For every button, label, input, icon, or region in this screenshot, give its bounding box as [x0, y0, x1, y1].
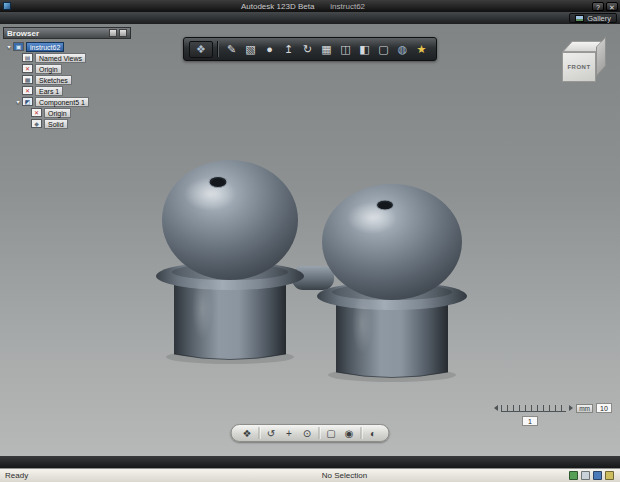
browser-collapse-button[interactable]: [119, 29, 127, 37]
expand-arrow-icon[interactable]: ▾: [14, 98, 22, 105]
tree-item-component5-1[interactable]: ▾◩Component5 1: [3, 96, 131, 107]
model-right-cap[interactable]: [317, 184, 467, 378]
combine-icon[interactable]: ◫: [336, 40, 355, 59]
fit-view-icon[interactable]: ▢: [323, 426, 340, 440]
ears-hidden-icon[interactable]: ✕: [22, 86, 33, 95]
toolbar-separator: [361, 427, 362, 439]
gallery-button[interactable]: Gallery: [569, 13, 617, 23]
origin-hidden-icon[interactable]: ✕: [31, 108, 42, 117]
component-icon[interactable]: ◩: [22, 97, 33, 106]
close-button[interactable]: ✕: [606, 2, 618, 11]
main-toolbar: ❖ ✎▧●↥↻▦◫◧▢◍★: [183, 37, 437, 61]
toolbar-separator: [259, 427, 260, 439]
warning-indicator[interactable]: [605, 471, 614, 480]
material-icon[interactable]: ◍: [393, 40, 412, 59]
tree-item-label[interactable]: Origin: [44, 108, 71, 118]
tree-item-label[interactable]: Sketches: [35, 75, 72, 85]
tree-item-label[interactable]: Component5 1: [35, 97, 89, 107]
tree-item-label[interactable]: Origin: [35, 64, 62, 74]
3d-viewport[interactable]: Browser ▾▣instruct62▤Named Views✕Origin▦…: [0, 24, 620, 456]
expand-arrow-icon[interactable]: ▾: [5, 43, 13, 50]
pattern-icon[interactable]: ▦: [317, 40, 336, 59]
tree-item-ears-1[interactable]: ✕Ears 1: [3, 85, 131, 96]
menu-bar: Gallery: [0, 12, 620, 24]
primitive-box-icon[interactable]: ▧: [241, 40, 260, 59]
tree-item-label[interactable]: Ears 1: [35, 86, 63, 96]
display-settings-icon[interactable]: ◐: [365, 426, 382, 440]
view-menu-icon[interactable]: ❖: [239, 426, 256, 440]
named-views-icon[interactable]: ▤: [22, 53, 33, 62]
grid-indicator[interactable]: [581, 471, 590, 480]
gallery-icon: [575, 15, 584, 22]
scale-major-value[interactable]: 10: [596, 403, 612, 413]
toolbar-separator: [217, 41, 218, 57]
bottom-chrome-strip: [0, 456, 620, 468]
viewcube-front-face[interactable]: FRONT: [562, 52, 596, 82]
viewcube[interactable]: FRONT: [552, 40, 608, 94]
sketch-icon[interactable]: ✎: [222, 40, 241, 59]
model-left-cap[interactable]: [156, 160, 304, 360]
tree-item-named-views[interactable]: ▤Named Views: [3, 52, 131, 63]
scale-ruler: [501, 405, 566, 412]
help-button[interactable]: ?: [592, 2, 604, 11]
status-bar: Ready No Selection: [0, 468, 620, 482]
title-bar: Autodesk 123D Betainstruct62 ? ✕: [0, 0, 620, 12]
tree-item-origin[interactable]: ✕Origin: [3, 63, 131, 74]
tree-item-solid[interactable]: ◆Solid: [3, 118, 131, 129]
browser-panel-header[interactable]: Browser: [3, 27, 131, 39]
scale-right-arrow-icon[interactable]: [569, 405, 573, 411]
window-buttons: ? ✕: [592, 2, 618, 11]
navigation-toolbar: ❖↺+⊙▢◉◐: [231, 424, 390, 442]
status-left-text: Ready: [0, 471, 120, 480]
window-title: Autodesk 123D Betainstruct62: [14, 2, 592, 11]
revolve-icon[interactable]: ↻: [298, 40, 317, 59]
scale-unit-label: mm: [576, 404, 593, 413]
tree-item-sketches[interactable]: ▦Sketches: [3, 74, 131, 85]
solid-icon[interactable]: ◆: [31, 119, 42, 128]
pan-icon[interactable]: +: [281, 426, 298, 440]
document-title: instruct62: [330, 2, 365, 11]
tree-item-label[interactable]: instruct62: [26, 42, 64, 52]
toolbar-icons: ✎▧●↥↻▦◫◧▢◍★: [222, 40, 431, 59]
toolbar-separator: [319, 427, 320, 439]
zoom-icon[interactable]: ⊙: [299, 426, 316, 440]
snap-mode-indicator[interactable]: [569, 471, 578, 480]
scale-row: mm 10: [494, 403, 612, 413]
gallery-label: Gallery: [587, 14, 611, 23]
orbit-icon[interactable]: ↺: [263, 426, 280, 440]
sketches-icon[interactable]: ▦: [22, 75, 33, 84]
extrude-icon[interactable]: ↥: [279, 40, 298, 59]
look-at-icon[interactable]: ◉: [341, 426, 358, 440]
scale-left-arrow-icon[interactable]: [494, 405, 498, 411]
status-selection-text: No Selection: [120, 471, 569, 480]
app-menu-button[interactable]: ❖: [189, 41, 213, 58]
document-icon[interactable]: ▣: [13, 42, 24, 51]
origin-hidden-icon[interactable]: ✕: [22, 64, 33, 73]
tree-item-component-origin[interactable]: ✕Origin: [3, 107, 131, 118]
app-logo-icon: [3, 2, 11, 10]
scale-widget[interactable]: mm 10 1: [494, 403, 612, 426]
sync-indicator[interactable]: [593, 471, 602, 480]
app-window: Autodesk 123D Betainstruct62 ? ✕ Gallery: [0, 0, 620, 482]
status-indicator-icons: [569, 471, 620, 480]
scale-row-2: 1: [494, 416, 566, 426]
primitive-sphere-icon[interactable]: ●: [260, 40, 279, 59]
split-icon[interactable]: ◧: [355, 40, 374, 59]
tree-item-label[interactable]: Solid: [44, 119, 68, 129]
browser-tree: ▾▣instruct62▤Named Views✕Origin▦Sketches…: [3, 39, 131, 129]
tree-item-instruct62[interactable]: ▾▣instruct62: [3, 41, 131, 52]
tree-item-label[interactable]: Named Views: [35, 53, 86, 63]
browser-panel-title: Browser: [7, 29, 107, 38]
browser-menu-button[interactable]: [109, 29, 117, 37]
scale-minor-value[interactable]: 1: [522, 416, 538, 426]
browser-panel: Browser ▾▣instruct62▤Named Views✕Origin▦…: [3, 27, 131, 129]
app-title: Autodesk 123D Beta: [241, 2, 314, 11]
shell-icon[interactable]: ▢: [374, 40, 393, 59]
right-cap-hole-inner: [379, 202, 392, 209]
left-cap-hole-inner: [211, 179, 225, 187]
favorites-icon[interactable]: ★: [412, 40, 431, 59]
